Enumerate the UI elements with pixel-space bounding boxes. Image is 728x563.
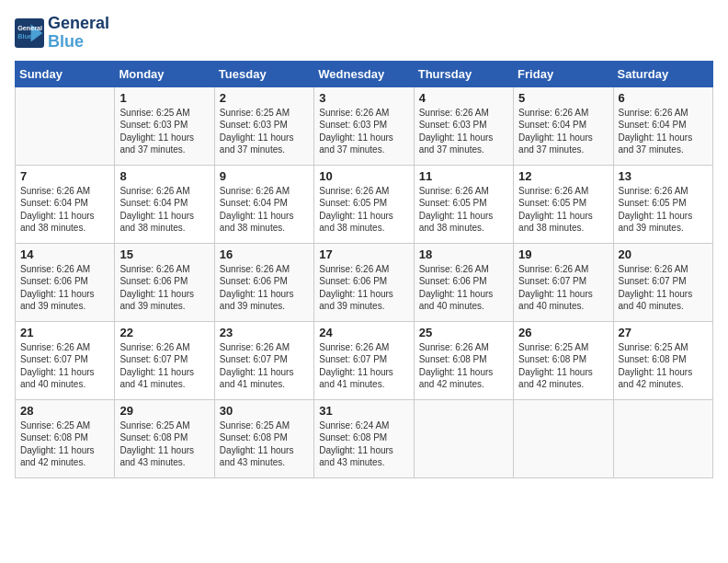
day-number: 10 [319,169,408,183]
day-info: Sunrise: 6:26 AM Sunset: 6:08 PM Dayligh… [419,341,508,391]
day-number: 12 [518,169,608,183]
day-info: Sunrise: 6:26 AM Sunset: 6:04 PM Dayligh… [518,107,608,156]
day-number: 13 [619,169,708,183]
day-number: 27 [619,326,708,339]
day-number: 2 [220,91,309,105]
day-info: Sunrise: 6:26 AM Sunset: 6:06 PM Dayligh… [319,263,408,313]
calendar-cell: 15Sunrise: 6:26 AM Sunset: 6:06 PM Dayli… [115,243,214,321]
day-info: Sunrise: 6:26 AM Sunset: 6:07 PM Dayligh… [619,263,708,313]
day-number: 3 [319,91,408,105]
calendar-cell: 28Sunrise: 6:25 AM Sunset: 6:08 PM Dayli… [16,399,115,477]
day-number: 1 [119,91,209,105]
calendar-cell: 17Sunrise: 6:26 AM Sunset: 6:06 PM Dayli… [314,243,414,321]
day-info: Sunrise: 6:26 AM Sunset: 6:06 PM Dayligh… [20,263,109,313]
calendar-week-1: 1Sunrise: 6:25 AM Sunset: 6:03 PM Daylig… [16,86,713,165]
day-number: 20 [619,247,708,261]
weekday-header-tuesday: Tuesday [214,61,313,86]
day-info: Sunrise: 6:26 AM Sunset: 6:06 PM Dayligh… [220,263,309,313]
day-info: Sunrise: 6:26 AM Sunset: 6:06 PM Dayligh… [419,263,508,313]
day-info: Sunrise: 6:26 AM Sunset: 6:07 PM Dayligh… [220,341,309,391]
day-info: Sunrise: 6:26 AM Sunset: 6:05 PM Dayligh… [518,185,608,235]
calendar-cell: 31Sunrise: 6:24 AM Sunset: 6:08 PM Dayli… [314,399,414,477]
day-info: Sunrise: 6:26 AM Sunset: 6:04 PM Dayligh… [220,185,309,235]
calendar-cell: 9Sunrise: 6:26 AM Sunset: 6:04 PM Daylig… [214,165,313,243]
day-info: Sunrise: 6:24 AM Sunset: 6:08 PM Dayligh… [319,419,408,469]
svg-text:Blue: Blue [17,32,32,40]
day-number: 22 [119,326,209,339]
day-info: Sunrise: 6:26 AM Sunset: 6:06 PM Dayligh… [119,263,209,313]
day-info: Sunrise: 6:26 AM Sunset: 6:03 PM Dayligh… [419,107,508,156]
svg-text:General: General [17,24,42,32]
calendar-cell: 3Sunrise: 6:26 AM Sunset: 6:03 PM Daylig… [314,86,414,165]
calendar-cell: 7Sunrise: 6:26 AM Sunset: 6:04 PM Daylig… [16,165,115,243]
calendar-cell: 24Sunrise: 6:26 AM Sunset: 6:07 PM Dayli… [314,321,414,399]
calendar-cell: 4Sunrise: 6:26 AM Sunset: 6:03 PM Daylig… [414,86,513,165]
day-info: Sunrise: 6:25 AM Sunset: 6:08 PM Dayligh… [518,341,608,391]
day-info: Sunrise: 6:26 AM Sunset: 6:05 PM Dayligh… [319,185,408,235]
calendar-cell: 5Sunrise: 6:26 AM Sunset: 6:04 PM Daylig… [514,86,613,165]
weekday-header-row: SundayMondayTuesdayWednesdayThursdayFrid… [16,61,713,86]
day-number: 31 [319,404,408,418]
day-info: Sunrise: 6:26 AM Sunset: 6:03 PM Dayligh… [319,107,408,156]
page-header: General Blue General Blue [15,15,713,52]
weekday-header-monday: Monday [115,61,214,86]
day-info: Sunrise: 6:26 AM Sunset: 6:04 PM Dayligh… [119,185,209,235]
day-info: Sunrise: 6:26 AM Sunset: 6:05 PM Dayligh… [419,185,508,235]
calendar-cell: 13Sunrise: 6:26 AM Sunset: 6:05 PM Dayli… [613,165,712,243]
day-number: 25 [419,326,508,339]
calendar-cell: 29Sunrise: 6:25 AM Sunset: 6:08 PM Dayli… [115,399,214,477]
day-info: Sunrise: 6:25 AM Sunset: 6:03 PM Dayligh… [119,107,209,156]
calendar-cell [613,399,712,477]
calendar-cell: 16Sunrise: 6:26 AM Sunset: 6:06 PM Dayli… [214,243,313,321]
day-info: Sunrise: 6:25 AM Sunset: 6:08 PM Dayligh… [619,341,708,391]
calendar-week-5: 28Sunrise: 6:25 AM Sunset: 6:08 PM Dayli… [16,399,713,477]
weekday-header-thursday: Thursday [414,61,513,86]
day-number: 30 [220,404,309,418]
calendar-cell: 21Sunrise: 6:26 AM Sunset: 6:07 PM Dayli… [16,321,115,399]
day-number: 8 [119,169,209,183]
day-number: 28 [20,404,109,418]
day-number: 19 [518,247,608,261]
day-number: 16 [220,247,309,261]
calendar-cell: 10Sunrise: 6:26 AM Sunset: 6:05 PM Dayli… [314,165,414,243]
day-number: 29 [119,404,209,418]
day-number: 6 [619,91,708,105]
day-number: 17 [319,247,408,261]
calendar-cell [514,399,613,477]
logo-text: General Blue [48,15,109,52]
day-info: Sunrise: 6:26 AM Sunset: 6:07 PM Dayligh… [518,263,608,313]
logo-icon: General Blue [15,18,44,48]
day-info: Sunrise: 6:26 AM Sunset: 6:05 PM Dayligh… [619,185,708,235]
day-info: Sunrise: 6:26 AM Sunset: 6:07 PM Dayligh… [319,341,408,391]
day-info: Sunrise: 6:26 AM Sunset: 6:07 PM Dayligh… [119,341,209,391]
calendar-table: SundayMondayTuesdayWednesdayThursdayFrid… [15,61,713,478]
day-number: 15 [119,247,209,261]
calendar-week-2: 7Sunrise: 6:26 AM Sunset: 6:04 PM Daylig… [16,165,713,243]
calendar-week-4: 21Sunrise: 6:26 AM Sunset: 6:07 PM Dayli… [16,321,713,399]
day-number: 18 [419,247,508,261]
day-number: 14 [20,247,109,261]
day-number: 26 [518,326,608,339]
day-number: 23 [220,326,309,339]
calendar-week-3: 14Sunrise: 6:26 AM Sunset: 6:06 PM Dayli… [16,243,713,321]
calendar-cell: 1Sunrise: 6:25 AM Sunset: 6:03 PM Daylig… [115,86,214,165]
calendar-cell: 8Sunrise: 6:26 AM Sunset: 6:04 PM Daylig… [115,165,214,243]
day-number: 11 [419,169,508,183]
day-info: Sunrise: 6:25 AM Sunset: 6:08 PM Dayligh… [20,419,109,469]
calendar-cell [414,399,513,477]
calendar-cell: 6Sunrise: 6:26 AM Sunset: 6:04 PM Daylig… [613,86,712,165]
day-info: Sunrise: 6:26 AM Sunset: 6:07 PM Dayligh… [20,341,109,391]
day-number: 4 [419,91,508,105]
weekday-header-saturday: Saturday [613,61,712,86]
calendar-cell: 27Sunrise: 6:25 AM Sunset: 6:08 PM Dayli… [613,321,712,399]
calendar-cell: 30Sunrise: 6:25 AM Sunset: 6:08 PM Dayli… [214,399,313,477]
day-info: Sunrise: 6:26 AM Sunset: 6:04 PM Dayligh… [619,107,708,156]
calendar-cell [16,86,115,165]
calendar-cell: 18Sunrise: 6:26 AM Sunset: 6:06 PM Dayli… [414,243,513,321]
weekday-header-friday: Friday [514,61,613,86]
day-number: 5 [518,91,608,105]
day-number: 9 [220,169,309,183]
calendar-cell: 2Sunrise: 6:25 AM Sunset: 6:03 PM Daylig… [214,86,313,165]
calendar-cell: 20Sunrise: 6:26 AM Sunset: 6:07 PM Dayli… [613,243,712,321]
calendar-cell: 25Sunrise: 6:26 AM Sunset: 6:08 PM Dayli… [414,321,513,399]
